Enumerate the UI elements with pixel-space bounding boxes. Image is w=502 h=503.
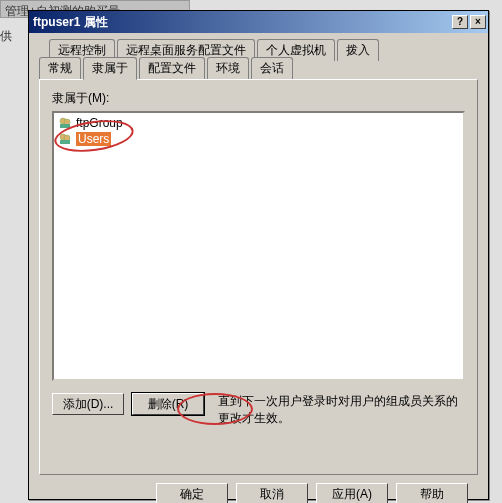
member-of-panel: 隶属于(M): ftpGroup Users 添加(D)... 删除(R — [39, 79, 478, 475]
membership-note: 直到下一次用户登录时对用户的组成员关系的更改才生效。 — [212, 393, 465, 427]
tab-dialin[interactable]: 拨入 — [337, 39, 379, 61]
remove-button[interactable]: 删除(R) — [132, 393, 204, 415]
tab-sessions[interactable]: 会话 — [251, 57, 293, 79]
ok-button[interactable]: 确定 — [156, 483, 228, 503]
help-button[interactable]: ? — [452, 15, 468, 29]
close-button[interactable]: × — [470, 15, 486, 29]
group-icon — [58, 116, 72, 130]
svg-rect-2 — [60, 124, 70, 128]
tab-profile[interactable]: 配置文件 — [139, 57, 205, 79]
tab-member-of[interactable]: 隶属于 — [83, 57, 137, 80]
svg-rect-5 — [60, 140, 70, 144]
member-of-label: 隶属于(M): — [52, 90, 465, 107]
group-listbox[interactable]: ftpGroup Users — [52, 111, 465, 381]
apply-button[interactable]: 应用(A) — [316, 483, 388, 503]
cancel-button[interactable]: 取消 — [236, 483, 308, 503]
help-button-footer[interactable]: 帮助 — [396, 483, 468, 503]
group-icon — [58, 132, 72, 146]
titlebar[interactable]: ftpuser1 属性 ? × — [29, 11, 488, 33]
dialog-footer: 确定 取消 应用(A) 帮助 — [39, 475, 478, 503]
tab-general[interactable]: 常规 — [39, 57, 81, 79]
list-item[interactable]: ftpGroup — [56, 115, 461, 131]
tab-strip: 远程控制 远程桌面服务配置文件 个人虚拟机 拨入 常规 隶属于 配置文件 环境 … — [39, 39, 478, 79]
add-button[interactable]: 添加(D)... — [52, 393, 124, 415]
background-label: 供 — [0, 28, 12, 45]
list-item-label: Users — [76, 132, 111, 146]
list-item[interactable]: Users — [56, 131, 461, 147]
tab-environment[interactable]: 环境 — [207, 57, 249, 79]
window-title: ftpuser1 属性 — [33, 14, 108, 31]
properties-dialog: ftpuser1 属性 ? × 远程控制 远程桌面服务配置文件 个人虚拟机 拨入… — [28, 10, 489, 500]
list-item-label: ftpGroup — [76, 116, 123, 130]
